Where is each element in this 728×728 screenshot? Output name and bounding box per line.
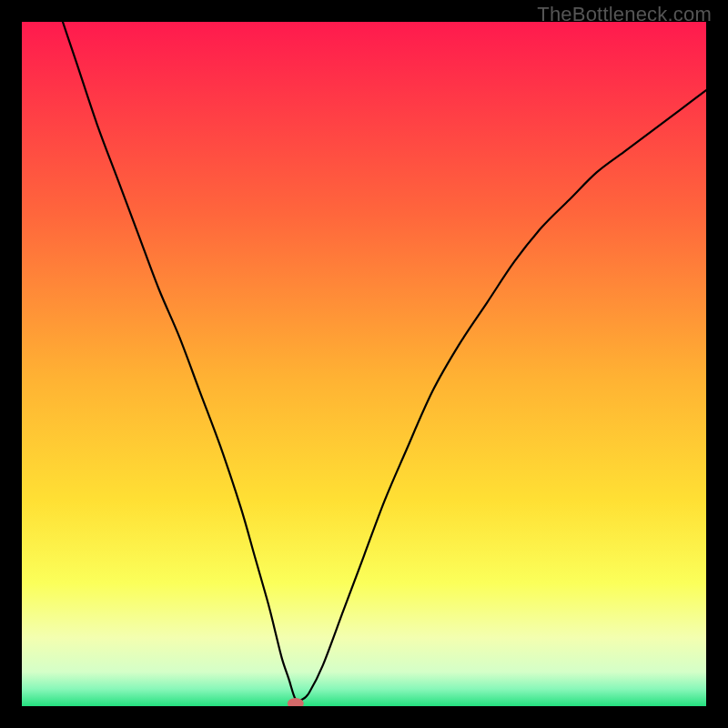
gradient-background bbox=[22, 22, 706, 706]
plot-area bbox=[22, 22, 706, 706]
chart-svg bbox=[22, 22, 706, 706]
chart-frame: TheBottleneck.com bbox=[0, 0, 728, 728]
